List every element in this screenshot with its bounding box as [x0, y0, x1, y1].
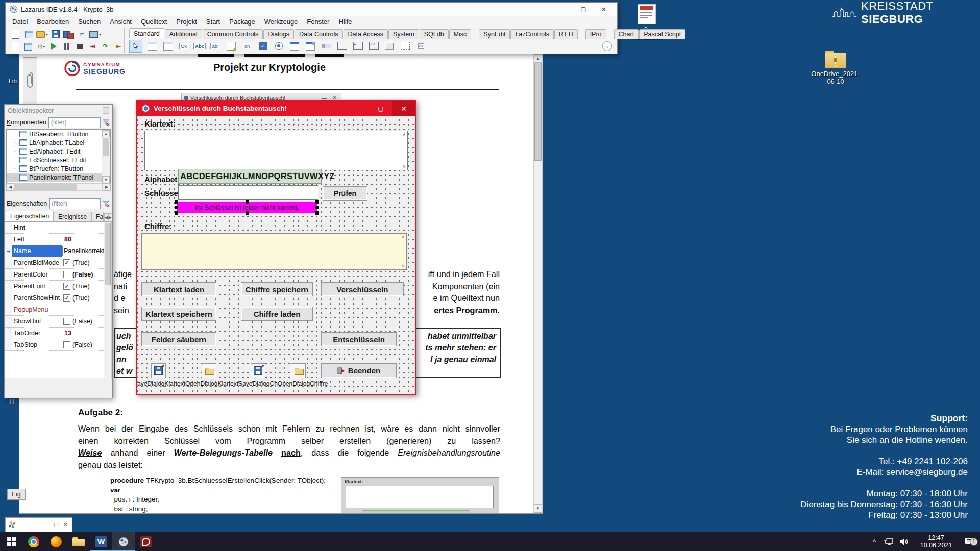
grid-scrollbar[interactable]: [104, 222, 112, 379]
tree-item-lbalphabet[interactable]: ···LbAlphabet: TLabel: [7, 138, 103, 147]
property-row-hint[interactable]: Hint: [5, 222, 105, 234]
open-dialog-icon[interactable]: [202, 363, 216, 378]
palette-tab-common-controls[interactable]: Common Controls: [203, 29, 263, 39]
checkbox-icon[interactable]: ✓: [63, 259, 70, 266]
checkbox-icon[interactable]: [63, 318, 70, 325]
chiffre-speichern-button[interactable]: Chiffre speichern: [241, 282, 313, 296]
menu-datei[interactable]: Datei: [8, 16, 32, 27]
palette-tab-data-controls[interactable]: Data Controls: [295, 29, 342, 39]
chiffre-memo[interactable]: ∧ ∨: [141, 233, 407, 270]
property-row-tabstop[interactable]: TabStop(False): [5, 339, 105, 351]
property-row-left[interactable]: Left80: [5, 234, 105, 245]
memo-scroll-up-icon[interactable]: ∧: [401, 235, 405, 239]
klartext-laden-button[interactable]: Klartext laden: [141, 282, 216, 296]
save-dialog-icon[interactable]: [251, 363, 265, 378]
inspector-splitter[interactable]: ········: [5, 191, 112, 197]
schluessel-edit[interactable]: [178, 185, 318, 200]
components-filter-input[interactable]: (filter): [48, 117, 101, 128]
palette-tactionlist-icon[interactable]: ok: [415, 40, 427, 52]
palette-tframe-icon[interactable]: [399, 40, 411, 52]
checkbox-icon[interactable]: ✓: [63, 294, 70, 302]
checkbox-icon[interactable]: [63, 341, 70, 348]
mini-close-icon[interactable]: ✕: [62, 521, 72, 528]
property-value[interactable]: ✓(True): [62, 283, 105, 290]
toolbar-new-unit-icon[interactable]: [10, 41, 21, 53]
ide-minimize-icon[interactable]: —: [553, 6, 573, 13]
checkbox-icon[interactable]: [63, 271, 70, 278]
property-value[interactable]: (False): [62, 341, 105, 348]
palette-tab-additional[interactable]: Additional: [165, 29, 202, 39]
desktop-icon-onedrive[interactable]: OneDrive_2021-06-10: [807, 51, 864, 85]
tabs-scroll-left-icon[interactable]: ◀: [104, 213, 108, 221]
palette-tab-misc[interactable]: Misc: [449, 29, 472, 39]
verschluesseln-button[interactable]: Verschlüsseln: [321, 282, 404, 296]
form-minimize-icon[interactable]: —: [347, 105, 370, 112]
property-row-showhint[interactable]: ShowHint(False): [5, 316, 105, 328]
menu-werkzeuge[interactable]: Werkzeuge: [260, 16, 303, 27]
memo-scroll-down-icon[interactable]: ∨: [402, 164, 406, 169]
palette-tscrollbar-icon[interactable]: [320, 40, 332, 52]
tree-scroll-right-icon[interactable]: ▶: [103, 183, 111, 191]
palette-tcheckbox-icon[interactable]: ✓: [257, 40, 269, 52]
property-row-parentbidimode[interactable]: ParentBidiMode✓(True): [5, 257, 105, 269]
toolbar-stop-icon[interactable]: [74, 41, 85, 53]
palette-tab-synedit[interactable]: SynEdit: [479, 29, 510, 39]
toolbar-view-units-icon[interactable]: ▾: [89, 29, 101, 40]
property-value[interactable]: ✓(True): [62, 259, 105, 266]
doc-scrollbar[interactable]: ▲ ▼: [533, 54, 543, 513]
tree-hscrollbar[interactable]: ◀ ▶: [6, 183, 111, 191]
toolbar-save-icon[interactable]: [50, 29, 61, 40]
start-button[interactable]: [0, 532, 22, 551]
tab-favoriten[interactable]: Favorit: [91, 212, 104, 221]
toolbar-toggle-form-unit-icon[interactable]: ⇄: [76, 29, 88, 40]
scroll-down-icon[interactable]: ▼: [534, 504, 542, 513]
palette-tab-pascal-script[interactable]: Pascal Script: [639, 29, 685, 39]
alphabet-edit[interactable]: ABCDEFGHIJKLMNOPQRSTUVWXYZ: [178, 169, 322, 184]
volume-icon[interactable]: [896, 538, 913, 546]
notification-icon[interactable]: 1: [960, 537, 980, 546]
scroll-up-icon[interactable]: ▲: [534, 54, 542, 63]
open-dialog-icon[interactable]: [291, 363, 306, 378]
menu-start[interactable]: Start: [202, 16, 225, 27]
property-value[interactable]: Panelinkorrekt: [62, 246, 105, 256]
doc-scrollbar-thumb[interactable]: [534, 63, 542, 161]
pruefen-button[interactable]: Prüfen: [323, 186, 368, 201]
clock[interactable]: 12:47 10.06.2021: [915, 534, 958, 549]
property-value[interactable]: (False): [62, 318, 105, 325]
toolbar-open-folder-icon[interactable]: ▾: [36, 29, 48, 40]
palette-tab-standard[interactable]: Standard: [129, 28, 164, 38]
toolbar-new-file-icon[interactable]: [10, 29, 21, 40]
inspector-titlebar[interactable]: Objektinspektor: [5, 105, 112, 116]
beenden-button[interactable]: Beenden: [321, 363, 397, 378]
entschluesseln-button[interactable]: Entschlüsseln: [321, 332, 397, 346]
toolbar-pause-icon[interactable]: [61, 41, 72, 53]
palette-tab-chart[interactable]: Chart: [614, 29, 639, 39]
toolbar-new-window-icon[interactable]: [23, 29, 35, 40]
ide-close-icon[interactable]: ✕: [594, 6, 614, 13]
tree-item-btpruefen[interactable]: ···BtPruefen: TButton: [7, 164, 103, 173]
toolbar-save-all-icon[interactable]: [63, 29, 75, 40]
memo-scroll-up-icon[interactable]: ∧: [402, 132, 406, 137]
tray-chevron-icon[interactable]: ^: [868, 538, 881, 545]
palette-tab-system[interactable]: System: [388, 29, 419, 39]
klartext-speichern-button[interactable]: Klartext speichern: [141, 307, 216, 321]
mini-window-titlebar[interactable]: ▢ ✕: [5, 517, 72, 532]
property-value[interactable]: (False): [62, 271, 105, 278]
tree-scroll-left-icon[interactable]: ◀: [6, 183, 14, 191]
tree-item-edschluessel[interactable]: ···EdSchluessel: TEdit: [7, 156, 103, 164]
palette-tradiobutton-icon[interactable]: [273, 40, 285, 52]
tree-scroll-down-icon[interactable]: ▼: [102, 176, 110, 183]
palette-tab-sqldb[interactable]: SQLdb: [420, 29, 449, 39]
form-close-icon[interactable]: ✕: [392, 101, 415, 116]
palette-tradiogroup-icon[interactable]: ••: [352, 40, 364, 52]
taskbar-word[interactable]: W: [90, 532, 112, 551]
palette-tpopupmenu-icon[interactable]: [162, 40, 174, 52]
menu-hilfe[interactable]: Hilfe: [334, 16, 356, 27]
palette-tab-dialogs[interactable]: Dialogs: [263, 29, 294, 39]
properties-filter-input[interactable]: (filter): [49, 198, 101, 209]
palette-tpanel-icon[interactable]: [383, 40, 396, 52]
property-value[interactable]: 13: [62, 330, 105, 337]
property-row-parentcolor[interactable]: ParentColor(False): [5, 269, 105, 281]
toolbar-step-into-icon[interactable]: ⇥: [87, 41, 98, 53]
menu-package[interactable]: Package: [225, 16, 260, 27]
